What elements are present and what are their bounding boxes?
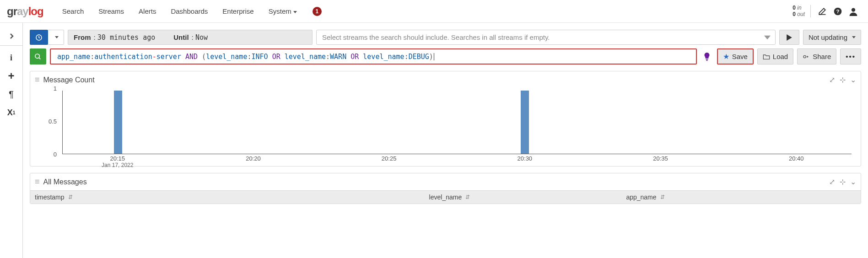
left-rail: i + ¶ X1 [0,23,23,258]
run-search-button[interactable] [779,30,799,45]
rail-paragraph-icon[interactable]: ¶ [2,85,21,103]
message-count-panel: ≡ Message Count ⤢ ⊹ ⌄ 00.51 20:15Jan 17,… [30,71,861,167]
load-button[interactable]: Load [757,48,793,64]
notification-badge[interactable]: 1 [313,7,322,16]
rail-add-icon[interactable]: + [2,67,21,85]
query-input[interactable]: app_name:authentication-server AND (leve… [50,48,697,64]
rail-info-icon[interactable]: i [2,48,21,67]
more-actions-button[interactable]: ••• [840,48,861,64]
edit-icon[interactable] [814,4,830,19]
share-button[interactable]: Share [797,48,836,64]
time-range-display[interactable]: From: 30 minutes ago Until: Now [68,30,313,45]
user-icon[interactable] [846,4,861,19]
nav-alerts[interactable]: Alerts [131,1,163,22]
collapse-icon[interactable]: ⊹ [840,75,846,84]
svg-rect-5 [706,59,708,59]
refresh-interval-button[interactable]: Not updating [803,30,861,45]
caret-down-icon [55,36,59,38]
logo[interactable]: graylog [7,5,43,18]
nav-enterprise[interactable]: Enterprise [215,1,261,22]
expand-icon[interactable]: ⤢ [829,75,835,84]
main-content: From: 30 minutes ago Until: Now Select s… [23,23,868,258]
execute-query-button[interactable] [30,48,46,64]
panel-title: All Messages [43,178,87,186]
svg-text:?: ? [836,8,839,14]
top-nav: graylog Search Streams Alerts Dashboards… [0,0,868,23]
nav-items: Search Streams Alerts Dashboards Enterpr… [55,1,322,22]
col-timestamp[interactable]: timestamp ⇵ [35,194,429,201]
caret-down-icon [293,11,297,13]
collapse-icon[interactable]: ⊹ [840,177,846,186]
streams-placeholder: Select streams the search should include… [322,33,550,41]
nav-dashboards[interactable]: Dashboards [163,1,215,22]
caret-down-icon [852,36,856,38]
svg-point-7 [803,55,806,58]
star-icon: ★ [723,52,729,61]
drag-handle-icon[interactable]: ≡ [35,177,40,187]
nav-system[interactable]: System [261,1,304,22]
chevron-down-icon[interactable]: ⌄ [850,177,856,186]
col-level-name[interactable]: level_name ⇵ [429,194,626,201]
io-throughput: 0 in 0 out [793,5,811,17]
svg-point-2 [852,8,855,11]
caret-down-icon [764,34,771,41]
query-hint-icon[interactable] [701,48,713,64]
sort-icon: ⇵ [465,194,470,200]
sort-icon: ⇵ [660,194,665,200]
streams-select[interactable]: Select streams the search should include… [316,30,776,45]
help-icon[interactable]: ? [830,4,846,19]
expand-icon[interactable]: ⤢ [829,177,835,186]
nav-search[interactable]: Search [55,1,92,22]
messages-table-header: timestamp ⇵ level_name ⇵ app_name ⇵ [30,190,861,204]
col-app-name[interactable]: app_name ⇵ [626,194,856,201]
rail-subscript-icon[interactable]: X1 [2,103,21,122]
time-range-dropdown[interactable] [48,30,64,45]
rail-expand[interactable] [0,27,22,46]
share-icon [803,54,810,60]
panel-title: Message Count [43,76,95,84]
all-messages-panel: ≡ All Messages ⤢ ⊹ ⌄ timestamp ⇵ level_n… [30,173,861,204]
time-range-type-button[interactable] [30,30,48,45]
svg-rect-6 [706,60,708,61]
save-button[interactable]: ★ Save [718,49,753,64]
svg-point-4 [35,54,39,58]
folder-icon [763,54,770,60]
sort-icon: ⇵ [68,194,73,200]
chevron-down-icon[interactable]: ⌄ [850,75,856,84]
drag-handle-icon[interactable]: ≡ [35,75,40,85]
histogram-bar[interactable] [521,91,529,154]
nav-streams[interactable]: Streams [91,1,131,22]
histogram-bar[interactable] [114,91,122,154]
histogram-chart[interactable]: 00.51 20:15Jan 17, 202220:2020:2520:3020… [30,88,861,166]
